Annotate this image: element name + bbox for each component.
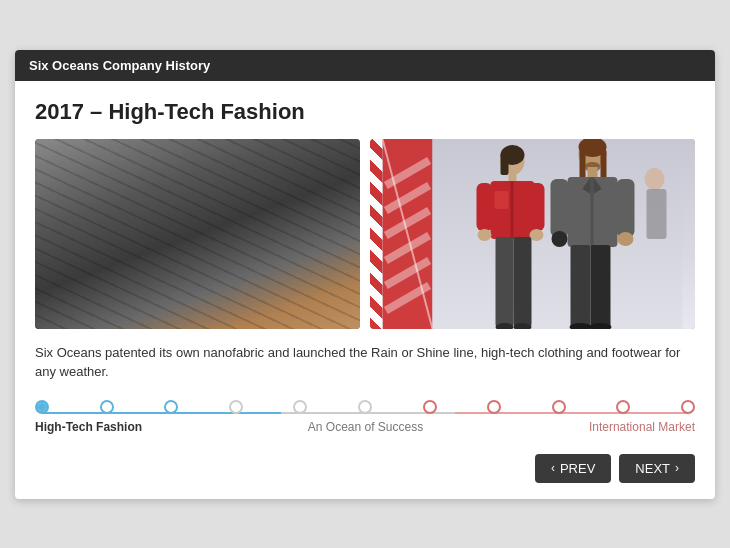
slide-content: 2017 – High-Tech Fashion — [15, 81, 715, 499]
svg-rect-22 — [496, 237, 514, 327]
prev-label: PREV — [560, 461, 595, 476]
timeline-dot-5[interactable] — [293, 400, 307, 414]
svg-rect-40 — [571, 245, 591, 329]
timeline-dot-1[interactable] — [35, 400, 49, 414]
svg-rect-19 — [529, 183, 545, 231]
timeline-dots — [35, 400, 695, 414]
fashion-image — [370, 139, 695, 329]
prev-button[interactable]: ‹ PREV — [535, 454, 611, 483]
svg-rect-13 — [501, 153, 509, 175]
timeline-dot-3[interactable] — [164, 400, 178, 414]
next-chevron-icon: › — [675, 461, 679, 475]
svg-rect-18 — [477, 183, 493, 231]
fabric-image — [35, 139, 360, 329]
svg-point-38 — [552, 231, 568, 247]
svg-rect-45 — [647, 189, 667, 239]
title-bar: Six Oceans Company History — [15, 50, 715, 81]
timeline-dot-7[interactable] — [423, 400, 437, 414]
svg-point-20 — [478, 229, 492, 241]
main-window: Six Oceans Company History 2017 – High-T… — [15, 50, 715, 499]
svg-rect-14 — [509, 173, 517, 181]
next-button[interactable]: NEXT › — [619, 454, 695, 483]
svg-rect-33 — [591, 177, 594, 247]
timeline-dot-4[interactable] — [229, 400, 243, 414]
svg-point-21 — [530, 229, 544, 241]
slide-description: Six Oceans patented its own nanofabric a… — [35, 343, 695, 382]
svg-rect-17 — [495, 191, 509, 209]
next-label: NEXT — [635, 461, 670, 476]
timeline-dot-10[interactable] — [616, 400, 630, 414]
timeline-labels: High-Tech Fashion An Ocean of Success In… — [35, 420, 695, 434]
svg-rect-16 — [511, 181, 514, 239]
timeline-dot-9[interactable] — [552, 400, 566, 414]
bottom-nav: ‹ PREV NEXT › — [35, 448, 695, 485]
timeline-wrapper — [35, 400, 695, 414]
timeline-dot-8[interactable] — [487, 400, 501, 414]
svg-rect-41 — [591, 245, 611, 329]
images-row — [35, 139, 695, 329]
timeline-dot-2[interactable] — [100, 400, 114, 414]
svg-rect-31 — [588, 167, 598, 177]
title-bar-label: Six Oceans Company History — [29, 58, 210, 73]
timeline-label-3: International Market — [589, 420, 695, 434]
timeline: High-Tech Fashion An Ocean of Success In… — [35, 400, 695, 434]
svg-point-44 — [645, 168, 665, 190]
timeline-dot-11[interactable] — [681, 400, 695, 414]
slide-title: 2017 – High-Tech Fashion — [35, 99, 695, 125]
svg-point-39 — [618, 232, 634, 246]
timeline-dot-6[interactable] — [358, 400, 372, 414]
svg-rect-36 — [551, 179, 569, 237]
timeline-label-1: High-Tech Fashion — [35, 420, 142, 434]
svg-rect-23 — [514, 237, 532, 327]
timeline-label-2: An Ocean of Success — [308, 420, 423, 434]
svg-rect-37 — [617, 179, 635, 237]
prev-chevron-icon: ‹ — [551, 461, 555, 475]
